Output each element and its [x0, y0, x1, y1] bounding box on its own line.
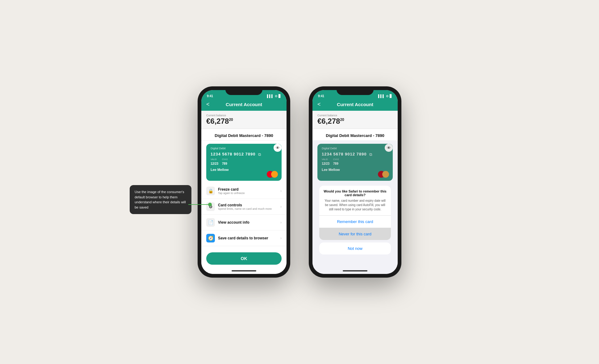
menu-text-controls: Card controls Spend limits, name on card…: [218, 203, 280, 210]
app-header-left: < Current Account: [201, 100, 287, 111]
controls-title: Card controls: [218, 203, 280, 207]
home-bar-right: [343, 270, 367, 271]
remember-card-button[interactable]: Remember this card: [319, 216, 391, 228]
status-icons-left: ▌▌▌ ⊙ ▊: [267, 94, 281, 98]
copy-icon-left[interactable]: ⧉: [258, 152, 261, 157]
battery-icon-right: ▊: [390, 94, 392, 98]
freeze-icon: 🔒: [206, 187, 215, 195]
mc-orange-left: [271, 171, 278, 178]
signal-icon-left: ▌▌▌: [267, 94, 274, 98]
notch: [225, 86, 262, 95]
menu-list-left: 🔒 Freeze card Tap again to unfreeze › ⚙ …: [201, 183, 287, 249]
tooltip-dot: [208, 203, 212, 206]
home-indicator-right: [312, 268, 398, 274]
account-info-chevron: ›: [280, 220, 282, 225]
menu-item-save-browser[interactable]: 🧭 Save card details to browser ›: [201, 230, 287, 246]
card-valid-row-right: VALID 12/23 CVV2 789: [322, 158, 388, 166]
header-title-left: Current Account: [226, 102, 262, 107]
battery-icon-left: ▊: [279, 94, 281, 98]
never-for-card-button[interactable]: Never for this card: [319, 228, 391, 240]
balance-card-left: Current balance €6,27820: [201, 111, 287, 129]
header-title-right: Current Account: [337, 102, 373, 107]
tooltip-text: Use the image of the consumer's default …: [135, 190, 186, 209]
dialog-desc: Your name, card number and expiry date w…: [324, 199, 387, 212]
mastercard-logo-right: [378, 171, 389, 178]
bottom-sheet-right: Digital Debit Mastercard - 7890 👁 Digita…: [312, 129, 398, 274]
sheet-title-left: Digital Debit Mastercard - 7890: [201, 129, 287, 141]
home-indicator-left: [201, 268, 287, 274]
wifi-icon-right: ⊙: [386, 94, 388, 98]
freeze-title: Freeze card: [218, 187, 280, 192]
card-valid-left: VALID 12/23: [211, 158, 218, 166]
balance-amount-left: €6,27820: [206, 117, 282, 126]
signal-icon-right: ▌▌▌: [378, 94, 385, 98]
card-number-left: 1234 5678 9012 7890: [211, 152, 256, 156]
eye-icon-right[interactable]: 👁: [385, 144, 393, 152]
save-browser-icon: 🧭: [206, 234, 215, 242]
balance-amount-right: €6,27820: [317, 117, 393, 126]
menu-item-controls[interactable]: ⚙ Card controls Spend limits, name on ca…: [201, 199, 287, 215]
balance-label-left: Current balance: [206, 114, 282, 117]
menu-text-save-browser: Save card details to browser: [218, 236, 280, 240]
phone-left: Use the image of the consumer's default …: [198, 86, 290, 278]
app-header-right: < Current Account: [312, 100, 398, 111]
sheet-title-right: Digital Debit Mastercard - 7890: [312, 129, 398, 141]
menu-item-freeze[interactable]: 🔒 Freeze card Tap again to unfreeze ›: [201, 183, 287, 199]
save-browser-title: Save card details to browser: [218, 236, 280, 240]
status-icons-right: ▌▌▌ ⊙ ▊: [378, 94, 392, 98]
mastercard-logo-left: [267, 171, 278, 178]
dialog-question: Would you like Safari to remember this c…: [324, 189, 387, 197]
copy-icon-right[interactable]: ⧉: [369, 152, 372, 157]
wifi-icon-left: ⊙: [275, 94, 277, 98]
dialog-actions: Remember this card Never for this card: [319, 215, 391, 240]
tooltip-connector: [188, 204, 210, 205]
phone-left-screen: 9:41 ▌▌▌ ⊙ ▊ < Current Account Current b…: [201, 90, 287, 274]
balance-card-right: Current balance €6,27820: [312, 111, 398, 129]
scene: Use the image of the consumer's default …: [198, 86, 401, 278]
back-button-right[interactable]: <: [317, 101, 321, 108]
not-now-button[interactable]: Not now: [319, 242, 391, 254]
card-label-left: Digital Debit: [211, 147, 277, 150]
card-cvv-right: CVV2 789: [333, 158, 339, 166]
dialog-body: Would you like Safari to remember this c…: [319, 186, 391, 215]
account-info-icon: 📄: [206, 218, 215, 227]
controls-subtitle: Spend limits, name on card and much more: [218, 207, 280, 210]
menu-item-account-info[interactable]: 📄 View account info ›: [201, 215, 287, 230]
phone-right-screen: 9:41 ▌▌▌ ⊙ ▊ < Current Account Current b…: [312, 90, 398, 274]
back-button-left[interactable]: <: [206, 101, 210, 108]
mc-orange-right: [382, 171, 389, 178]
phone-right: 9:41 ▌▌▌ ⊙ ▊ < Current Account Current b…: [309, 86, 401, 278]
bottom-sheet-left: Digital Debit Mastercard - 7890 👁 Digita…: [201, 129, 287, 274]
account-info-title: View account info: [218, 220, 280, 225]
eye-icon-left[interactable]: 👁: [274, 144, 282, 152]
controls-chevron: ›: [280, 205, 282, 209]
home-bar-left: [232, 270, 256, 271]
freeze-chevron: ›: [280, 189, 282, 193]
freeze-subtitle: Tap again to unfreeze: [218, 192, 280, 195]
card-wrapper-right: 👁 Digital Debit 1234 5678 9012 7890 ⧉ VA…: [312, 141, 398, 183]
time-left: 9:41: [207, 94, 213, 98]
safari-dialog: Would you like Safari to remember this c…: [319, 186, 391, 240]
notch-right: [337, 86, 374, 95]
card-wrapper-left: 👁 Digital Debit 1234 5678 9012 7890 ⧉ VA…: [201, 141, 287, 183]
credit-card-right: Digital Debit 1234 5678 9012 7890 ⧉ VALI…: [317, 144, 393, 181]
time-right: 9:41: [318, 94, 324, 98]
card-cvv-left: CVV2 789: [222, 158, 228, 166]
card-valid-row-left: VALID 12/23 CVV2 789: [211, 158, 277, 166]
tooltip-box: Use the image of the consumer's default …: [130, 185, 191, 214]
menu-text-account-info: View account info: [218, 220, 280, 225]
card-label-right: Digital Debit: [322, 147, 388, 150]
balance-label-right: Current balance: [317, 114, 393, 117]
menu-text-freeze: Freeze card Tap again to unfreeze: [218, 187, 280, 195]
card-valid-right: VALID 12/23: [322, 158, 329, 166]
card-number-right: 1234 5678 9012 7890: [322, 152, 367, 156]
safari-dialog-wrapper: Would you like Safari to remember this c…: [312, 183, 398, 256]
ok-button[interactable]: OK: [206, 252, 282, 265]
save-browser-chevron: ›: [280, 236, 282, 240]
credit-card-left: Digital Debit 1234 5678 9012 7890 ⧉ VALI…: [206, 144, 282, 181]
